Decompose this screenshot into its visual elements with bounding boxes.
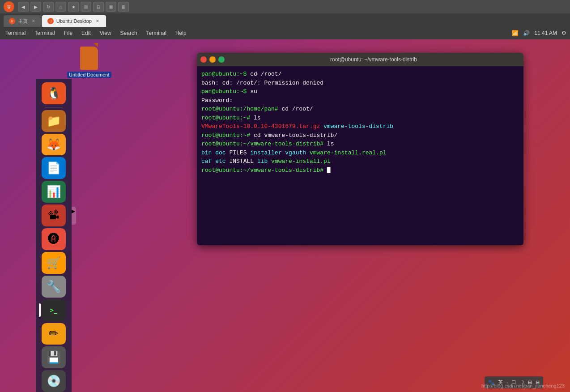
term-ls-install: INSTALL (229, 158, 254, 165)
volume-icon: 🔊 (523, 30, 530, 36)
term-ls-bin: bin (201, 149, 212, 156)
term-line-5: root@ubuntu:/home/pan# cd /root/ (201, 105, 519, 114)
tab-ubuntu-close[interactable]: ✕ (94, 18, 101, 24)
tabs-bar: U 主页 ✕ U Ubuntu Desktop ✕ (0, 13, 570, 27)
term-prompt-root-1: root@ubuntu:/home/pan# (201, 106, 278, 112)
files-icon-img: 📁 (47, 114, 61, 128)
tab-home-icon: U (9, 18, 15, 24)
sidebar-icon-firefox[interactable]: 🦊 (42, 134, 66, 156)
sidebar-icon-amazon[interactable]: 🛒 (42, 252, 66, 274)
writer-icon-img: 📄 (47, 161, 61, 175)
menu-terminal1[interactable]: Terminal (4, 29, 27, 37)
tab-ubuntu-desktop[interactable]: U Ubuntu Desktop ✕ (42, 15, 106, 27)
browser-toolbar: U ◀ ▶ ↻ ⌂ ★ ⊞ ⊟ ⊠ ⊞ (0, 0, 570, 13)
browser-chrome: U ◀ ▶ ↻ ⌂ ★ ⊞ ⊟ ⊠ ⊞ U 主页 ✕ U Ubuntu Desk… (0, 0, 570, 39)
term-line-4: Password: (201, 96, 519, 105)
clock: 11:41 AM (534, 30, 557, 36)
sidebar-icon-impress[interactable]: 📽 (42, 205, 66, 226)
menu-terminal2[interactable]: Terminal (33, 29, 56, 37)
term-cursor: █ (327, 167, 331, 174)
menu-terminal3[interactable]: Terminal (145, 29, 168, 37)
nav-extra2[interactable]: ⊟ (93, 2, 104, 12)
nav-extra3[interactable]: ⊠ (106, 2, 116, 12)
term-cmd-5: cd vmware-tools-distrib/ (254, 132, 337, 139)
nav-back[interactable]: ◀ (18, 2, 29, 12)
terminal-window: root@ubuntu: ~/vmware-tools-distrib pan@… (197, 53, 523, 245)
term-prompt-root-3: root@ubuntu:~# (201, 132, 250, 139)
tab-ubuntu-label: Ubuntu Desktop (56, 18, 92, 24)
watermark: http://blog.csdn.net/pan_jiancheng123 (481, 383, 565, 388)
sidebar-icon-notes[interactable]: ✏ (42, 323, 66, 345)
term-line-8: root@ubuntu:~# cd vmware-tools-distrib/ (201, 131, 519, 140)
menu-view[interactable]: View (98, 29, 113, 37)
term-line-6: root@ubuntu:~# ls (201, 114, 519, 123)
impress-icon-img: 📽 (48, 209, 60, 222)
term-ls-lib: lib (257, 158, 268, 165)
file-icon-body (80, 47, 98, 70)
sidebar-icon-terminal[interactable]: >_ (42, 299, 66, 321)
menu-edit[interactable]: Edit (80, 29, 93, 37)
menu-file[interactable]: File (62, 29, 74, 37)
sidebar-icon-calc[interactable]: 📊 (42, 181, 66, 203)
term-line-2: bash: cd: /root/: Permission denied (201, 79, 519, 88)
term-cmd-3: cd /root/ (281, 106, 313, 112)
term-ls-files: FILES (229, 149, 247, 156)
disk-icon-img: 💾 (47, 350, 61, 364)
nav-home[interactable]: ⌂ (55, 2, 66, 12)
tab-home[interactable]: U 主页 ✕ (4, 15, 42, 27)
term-error-1: bash: cd: /root/: Permission denied (201, 80, 323, 86)
term-prompt-root-5: root@ubuntu:~/vmware-tools-distrib# (201, 167, 323, 174)
settings-icon[interactable]: ⚙ (561, 30, 566, 36)
term-cmd-6: ls (327, 141, 334, 147)
desktop-file-untitled[interactable]: Untitled Document (67, 43, 111, 78)
wifi-icon: 📶 (512, 30, 519, 36)
sidebar-expand-handle[interactable]: ▸ (72, 207, 76, 225)
terminal-title: root@ubuntu: ~/vmware-tools-distrib (227, 56, 520, 63)
sidebar-icon-dvd[interactable]: 💿 (42, 370, 66, 392)
titlebar-close-btn[interactable] (200, 56, 207, 63)
sidebar-icon-tools[interactable]: 🔧 (42, 276, 66, 298)
term-line-7: VMwareTools-10.0.10-4301679.tar.gz vmwar… (201, 122, 519, 131)
nav-extra1[interactable]: ⊞ (81, 2, 91, 12)
term-ls-vmware-real: vmware-install.real.pl (310, 149, 387, 156)
sidebar-divider-1 (45, 107, 63, 107)
term-line-10: bin doc FILES installer vgauth vmware-in… (201, 149, 519, 158)
terminal-icon-img: >_ (50, 307, 58, 314)
term-ls-installer: installer (250, 149, 281, 156)
term-prompt-2: pan@ubuntu:~$ (201, 88, 247, 95)
titlebar-maximize-btn[interactable] (218, 56, 225, 63)
tools-icon-img: 🔧 (47, 280, 61, 294)
sidebar-icon-ubuntu[interactable]: 🐧 (42, 82, 66, 104)
tab-home-label: 主页 (18, 18, 28, 25)
term-cmd-4: ls (254, 115, 261, 121)
nav-reload[interactable]: ↻ (43, 2, 54, 12)
amazon-icon-img: 🛒 (47, 256, 61, 270)
nav-forward[interactable]: ▶ (30, 2, 41, 12)
term-ls-caf: caf (201, 158, 212, 165)
watermark-text: http://blog.csdn.net/pan_jiancheng123 (481, 383, 565, 388)
menu-help[interactable]: Help (174, 29, 188, 37)
sidebar-icon-writer[interactable]: 📄 (42, 157, 66, 179)
term-line-11: caf etc INSTALL lib vmware-install.pl (201, 157, 519, 166)
term-line-9: root@ubuntu:~/vmware-tools-distrib# ls (201, 140, 519, 149)
terminal-body[interactable]: pan@ubuntu:~$ cd /root/ bash: cd: /root/… (197, 66, 523, 245)
tab-home-close[interactable]: ✕ (30, 18, 37, 24)
dvd-icon-img: 💿 (47, 374, 61, 388)
menu-search[interactable]: Search (119, 29, 139, 37)
term-prompt-1: pan@ubuntu:~$ (201, 71, 247, 77)
sidebar-icon-disk[interactable]: 💾 (42, 346, 66, 368)
sidebar-icon-files[interactable]: 📁 (42, 110, 66, 132)
menu-bar: Terminal Terminal File Edit View Search … (0, 27, 570, 39)
calc-icon-img: 📊 (47, 185, 61, 199)
sidebar-icon-appcenter[interactable]: 🅐 (42, 228, 66, 250)
term-cmd-1: cd /root/ (250, 71, 281, 77)
nav-bookmarks[interactable]: ★ (68, 2, 79, 12)
term-line-3: pan@ubuntu:~$ su (201, 87, 519, 96)
ubuntu-logo[interactable]: U (4, 1, 14, 12)
firefox-icon-img: 🦊 (47, 138, 61, 152)
nav-extra4[interactable]: ⊞ (118, 2, 129, 12)
notes-icon-img: ✏ (49, 327, 59, 341)
appcenter-icon-img: 🅐 (48, 232, 60, 246)
titlebar-minimize-btn[interactable] (209, 56, 216, 63)
term-ls-vmware-dir: vmware-tools-distrib (323, 123, 393, 130)
